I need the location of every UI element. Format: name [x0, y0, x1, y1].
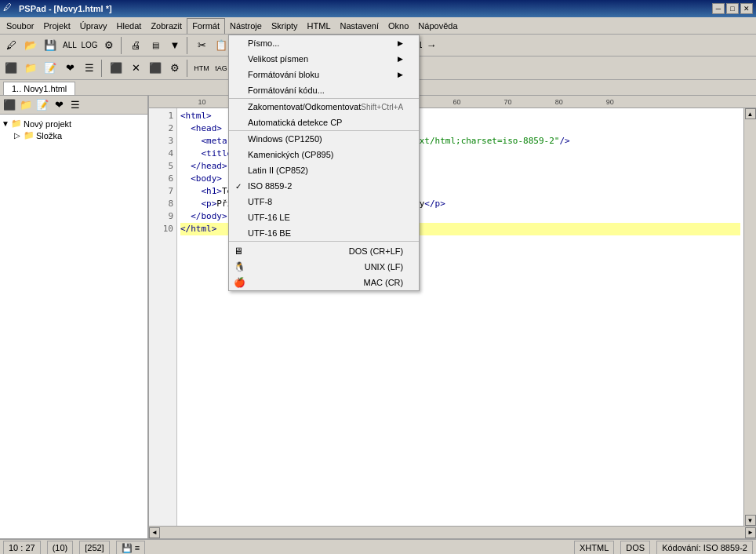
menu-napoveda[interactable]: Nápověda — [413, 18, 462, 34]
horizontal-scrollbar[interactable]: ◄ ► — [149, 526, 756, 538]
tb2-btn2[interactable]: 📁 — [21, 59, 40, 78]
status-eol: DOS — [620, 541, 650, 554]
menu-cp895[interactable]: Kamenických (CP895) — [229, 147, 419, 162]
status-bar: 10 : 27 (10) [252] 💾 ≡ XHTML DOS Kódován… — [0, 538, 756, 554]
menu-section-1: Písmo... ▶ Velikost písmen ▶ Formátování… — [229, 35, 419, 99]
format-dropdown-menu: Písmo... ▶ Velikost písmen ▶ Formátování… — [228, 35, 420, 291]
left-tb-btn2[interactable]: 📁 — [18, 97, 34, 113]
mac-icon: 🍎 — [234, 277, 246, 288]
menu-iso8859-2[interactable]: ISO 8859-2 — [229, 178, 419, 194]
vertical-scrollbar[interactable]: ▲ ▼ — [743, 108, 756, 526]
scroll-left-button[interactable]: ◄ — [149, 527, 160, 538]
menu-html[interactable]: HTML — [303, 18, 336, 34]
title-bar: 🖊 PSPad - [Novy1.html *] ─ □ ✕ — [0, 0, 756, 17]
menu-autodetect-cp[interactable]: Automatická detekce CP — [229, 115, 419, 130]
menu-upravy[interactable]: Úpravy — [75, 18, 112, 34]
tb2-btn5[interactable]: ☰ — [80, 59, 99, 78]
separator-1 — [121, 37, 124, 54]
menu-utf16be[interactable]: UTF-16 BE — [229, 225, 419, 241]
menu-nastroje[interactable]: Nástroje — [225, 18, 267, 34]
tab-novy1[interactable]: 1.. Novy1.html — [3, 82, 75, 95]
menu-soubor[interactable]: Soubor — [2, 18, 38, 34]
left-tb-btn4[interactable]: ❤ — [51, 97, 67, 113]
cut-button[interactable]: ✂ — [192, 36, 211, 55]
save-button[interactable]: 💾 — [41, 36, 60, 55]
menu-section-3: Windows (CP1250) Kamenických (CP895) Lat… — [229, 131, 419, 242]
left-tb-btn1[interactable]: ⬛ — [2, 97, 17, 113]
shortcut-zakomentovat: Shift+Ctrl+A — [361, 103, 403, 111]
tb2-btn8[interactable]: ⬛ — [146, 59, 165, 78]
log-button[interactable]: LOG — [80, 36, 99, 55]
status-encoding: Kódování: ISO 8859-2 — [656, 541, 753, 554]
menu-formatovani-bloku[interactable]: Formátování bloku ▶ — [229, 67, 419, 82]
settings-button[interactable]: ⚙ — [100, 36, 118, 55]
tb2-btn1[interactable]: ⬛ — [2, 59, 20, 78]
left-tb-btn5[interactable]: ☰ — [67, 97, 83, 113]
submenu-arrow-3: ▶ — [398, 71, 403, 78]
menu-nastaveni[interactable]: Nastavení — [336, 18, 384, 34]
open-button[interactable]: 📂 — [21, 36, 40, 55]
close-button[interactable]: ✕ — [740, 3, 753, 14]
menu-utf16le[interactable]: UTF-16 LE — [229, 210, 419, 225]
print2-button[interactable]: ▤ — [146, 36, 165, 55]
maximize-button[interactable]: □ — [726, 3, 739, 14]
menu-zobrazit[interactable]: Zobrazit — [146, 18, 187, 34]
folder-icon: 📁 — [24, 130, 35, 140]
tb2-btn3[interactable]: 📝 — [41, 59, 60, 78]
extra-button[interactable]: → — [422, 36, 441, 55]
menu-bar: Soubor Projekt Úpravy Hledat Zobrazit Fo… — [0, 17, 756, 35]
project-icon: 📁 — [11, 118, 22, 129]
menu-formatovani-kodu[interactable]: Formátování kódu... — [229, 82, 419, 98]
menu-mac-eol[interactable]: 🍎 MAC (CR) — [229, 275, 419, 290]
menu-section-4: 🖥 DOS (CR+LF) 🐧 UNIX (LF) 🍎 MAC (CR) — [229, 243, 419, 290]
tb2-sep1 — [101, 60, 104, 77]
scroll-up-button[interactable]: ▲ — [745, 108, 756, 119]
menu-pismo[interactable]: Písmo... ▶ — [229, 35, 419, 51]
tree-area: ▼ 📁 Nový projekt ▷ 📁 Složka — [0, 115, 147, 538]
menu-okno[interactable]: Okno — [383, 18, 413, 34]
tree-folder-expand: ▷ — [14, 131, 24, 140]
minimize-button[interactable]: ─ — [712, 3, 725, 14]
h-scroll-track — [160, 529, 745, 537]
tb2-sep2 — [187, 60, 190, 77]
menu-velikost[interactable]: Velikost písmen ▶ — [229, 51, 419, 67]
tb2-btn6[interactable]: ⬛ — [107, 59, 125, 78]
line-numbers: 1 2 3 4 5 6 7 8 9 10 — [149, 108, 177, 526]
status-extra: (10) — [47, 541, 74, 554]
menu-hledat[interactable]: Hledat — [112, 18, 147, 34]
tb2-btn9[interactable]: ⚙ — [165, 59, 184, 78]
status-size: [252] — [79, 541, 109, 554]
menu-format[interactable]: Formát — [187, 18, 225, 34]
menu-zakomentovat[interactable]: Zakomentovat/Odkomentovat Shift+Ctrl+A — [229, 99, 419, 115]
tb2-btn7[interactable]: ✕ — [126, 59, 145, 78]
submenu-arrow-2: ▶ — [398, 55, 403, 63]
menu-utf8[interactable]: UTF-8 — [229, 194, 419, 210]
tree-expand-icon: ▼ — [2, 119, 11, 128]
status-format: XHTML — [574, 541, 614, 554]
dos-icon: 🖥 — [234, 246, 246, 257]
status-file-icon: 💾 ≡ — [116, 541, 145, 554]
scroll-down-button[interactable]: ▼ — [745, 515, 756, 526]
menu-cp852[interactable]: Latin II (CP852) — [229, 162, 419, 178]
menu-cp1250[interactable]: Windows (CP1250) — [229, 131, 419, 147]
tb2-htm[interactable]: HTM — [192, 59, 211, 78]
menu-unix-eol[interactable]: 🐧 UNIX (LF) — [229, 259, 419, 275]
unix-icon: 🐧 — [234, 261, 246, 272]
submenu-arrow-1: ▶ — [398, 39, 403, 47]
tree-folder[interactable]: ▷ 📁 Složka — [2, 129, 146, 141]
dropdown-btn1[interactable]: ▼ — [165, 36, 184, 55]
left-toolbar: ⬛ 📁 📝 ❤ ☰ — [0, 96, 147, 115]
left-tb-btn3[interactable]: 📝 — [35, 97, 50, 113]
print-button[interactable]: 🖨 — [126, 36, 145, 55]
scroll-right-button[interactable]: ► — [745, 527, 756, 538]
new-button[interactable]: 🖊 — [2, 36, 20, 55]
tree-project[interactable]: ▼ 📁 Nový projekt — [2, 118, 146, 129]
menu-dos-eol[interactable]: 🖥 DOS (CR+LF) — [229, 243, 419, 259]
tb2-btn4[interactable]: ❤ — [60, 59, 79, 78]
window-controls: ─ □ ✕ — [712, 3, 753, 14]
menu-projekt[interactable]: Projekt — [38, 18, 75, 34]
menu-skripty[interactable]: Skripty — [267, 18, 303, 34]
app-icon: 🖊 — [3, 2, 16, 15]
save-all-button[interactable]: ALL — [60, 36, 79, 55]
separator-2 — [187, 37, 190, 54]
